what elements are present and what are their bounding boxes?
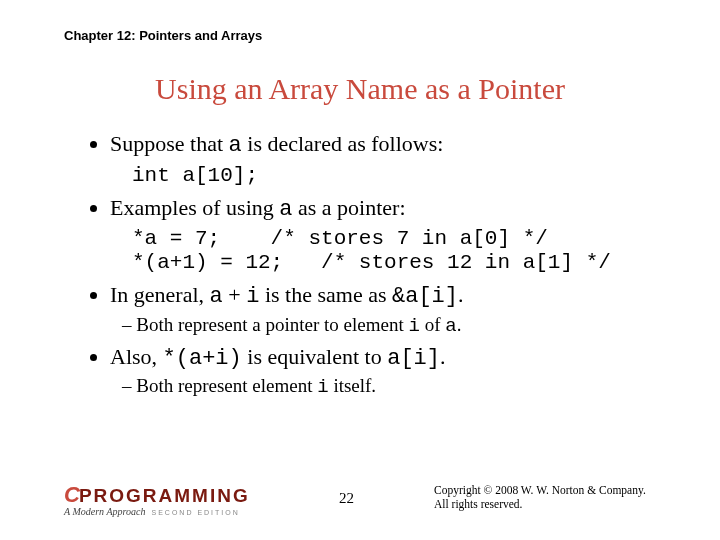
text: of [420,314,445,335]
text: is equivalent to [242,344,387,369]
inline-code: a [445,315,456,337]
bullet-1: Suppose that a is declared as follows: i… [110,130,678,188]
logo-edition: SECOND EDITION [151,509,239,516]
text: Also, [110,344,163,369]
sub-bullet: Both represent element i itself. [122,374,678,400]
text: Examples of using [110,195,279,220]
sub-bullet: Both represent a pointer to element i of… [122,313,678,339]
inline-code: a [229,133,242,158]
copyright: Copyright © 2008 W. W. Norton & Company.… [434,484,646,512]
inline-code: a [210,284,223,309]
text: itself. [329,375,377,396]
text: is the same as [259,282,392,307]
text: Both represent element [136,375,317,396]
inline-code: i [317,376,328,398]
text: Suppose that [110,131,229,156]
logo-c: C [64,482,79,507]
slide-body: Suppose that a is declared as follows: i… [88,130,678,404]
text: . [457,314,462,335]
copyright-line2: All rights reserved. [434,498,646,512]
slide-title: Using an Array Name as a Pointer [0,72,720,106]
inline-code: &a[i] [392,284,458,309]
text: . [458,282,464,307]
inline-code: a[i] [387,346,440,371]
text: + [223,282,246,307]
text: In general, [110,282,210,307]
logo-subtitle: A Modern Approach [64,506,145,517]
inline-code: i [409,315,420,337]
footer: CPROGRAMMING A Modern ApproachSECOND EDI… [64,482,690,522]
code-block-1: int a[10]; [132,164,678,188]
inline-code: a [279,197,292,222]
text: Both represent a pointer to element [136,314,408,335]
copyright-line1: Copyright © 2008 W. W. Norton & Company. [434,484,646,498]
bullet-2: Examples of using a as a pointer: *a = 7… [110,194,678,276]
inline-code: *(a+i) [163,346,242,371]
bullet-4: Also, *(a+i) is equivalent to a[i]. Both… [110,343,678,400]
bullet-3: In general, a + i is the same as &a[i]. … [110,281,678,338]
logo-text: PROGRAMMING [79,485,250,506]
code-block-2: *a = 7; /* stores 7 in a[0] */ *(a+1) = … [132,227,678,275]
inline-code: i [246,284,259,309]
text: is declared as follows: [242,131,444,156]
book-logo: CPROGRAMMING A Modern ApproachSECOND EDI… [64,482,264,517]
page-number: 22 [339,490,354,507]
text: . [440,344,446,369]
chapter-label: Chapter 12: Pointers and Arrays [64,28,262,43]
text: as a pointer: [292,195,405,220]
